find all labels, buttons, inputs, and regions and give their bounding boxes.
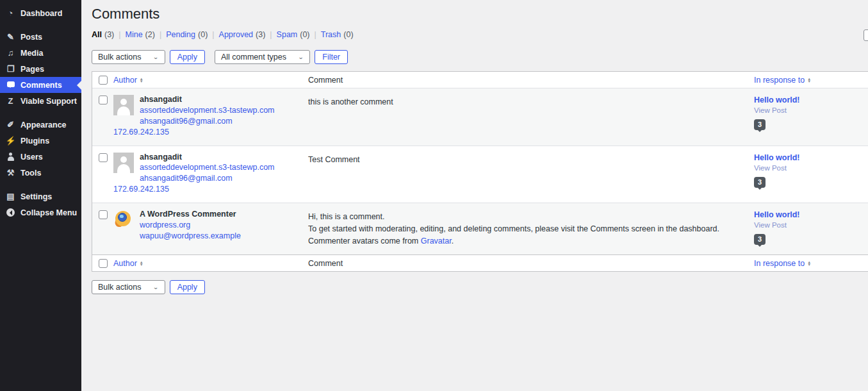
view-post-link[interactable]: View Post [754,221,868,229]
filter-count: (2) [145,30,155,39]
sidebar-item-label: Users [20,153,43,162]
filter-mine-link[interactable]: Mine [126,30,143,39]
author-url-link[interactable]: wordpress.org [140,220,190,231]
sidebar-item-pages[interactable]: Pages [0,61,81,77]
users-icon [6,152,15,162]
sort-arrows-icon: ▲▼ [140,261,143,266]
apply-button[interactable]: Apply [170,50,205,64]
author-ip-link[interactable]: 172.69.242.135 [113,184,169,195]
filter-trash-link[interactable]: Trash [321,30,341,39]
post-title-link[interactable]: Hello world! [754,153,800,162]
sidebar-item-appearance[interactable]: Appearance [0,117,81,133]
in-response-to-column-sort[interactable]: In response to ▲▼ [754,259,811,268]
filter-button[interactable]: Filter [315,50,348,64]
in-response-to-column-label: In response to [754,259,805,268]
filter-mine[interactable]: Mine (2) | [126,30,167,39]
filter-spam[interactable]: Spam (0) | [277,30,321,39]
search-comments-input[interactable] [864,29,868,41]
in-response-to-column-label: In response to [754,76,805,85]
bulk-actions-select[interactable]: Bulk actions ⌄ [92,50,165,64]
select-all-checkbox[interactable] [99,76,108,85]
sort-arrows-icon: ▲▼ [807,261,811,266]
comment-text: Test Comment [308,154,748,166]
filter-separator: | [160,30,161,39]
filter-all[interactable]: All (3) | [92,30,126,39]
sidebar-item-users[interactable]: Users [0,149,81,165]
sidebar-item-media[interactable]: Media [0,45,81,61]
view-post-link[interactable]: View Post [754,106,868,114]
select-all-checkbox[interactable] [99,259,108,268]
comment-type-select[interactable]: All comment types ⌄ [215,50,310,64]
view-post-link[interactable]: View Post [754,164,868,172]
author-cell: ahsangadit assorteddevelopment.s3-tastew… [113,94,303,138]
comment-count-bubble[interactable]: 3 [754,177,766,188]
comment-text: To get started with moderating, editing,… [308,223,748,235]
author-name: A WordPress Commenter [113,209,297,220]
sidebar-item-settings[interactable]: Settings [0,188,81,204]
author-url-link[interactable]: assorteddevelopment.s3-tastewp.com [140,105,275,116]
chevron-down-icon: ⌄ [298,54,304,60]
sidebar-item-tools[interactable]: Tools [0,165,81,181]
filter-count: (0) [343,30,353,39]
comment-row: ahsangadit assorteddevelopment.s3-tastew… [92,146,868,203]
post-title-link[interactable]: Hello world! [754,96,800,104]
tools-icon [6,168,15,178]
viable-support-icon [6,96,15,106]
row-checkbox[interactable] [99,153,108,162]
sidebar-item-posts[interactable]: Posts [0,29,81,45]
sidebar-item-viable-support[interactable]: Viable Support [0,93,81,109]
author-column-label: Author [113,259,137,268]
filter-approved[interactable]: Approved (3) | [219,30,277,39]
filter-count: (0) [300,30,309,39]
bulk-actions-label: Bulk actions [98,283,141,292]
gravatar-link[interactable]: Gravatar [421,237,452,245]
author-column-sort[interactable]: Author ▲▼ [113,76,143,85]
avatar [113,95,134,115]
author-name: ahsangadit [113,152,297,163]
comment-cell: Test Comment [303,152,754,196]
paintbrush-icon [6,120,15,129]
filter-approved-link[interactable]: Approved [219,30,254,39]
apply-button[interactable]: Apply [170,280,205,294]
main-content: Comments All (3) | Mine (2) | Pending (0… [81,0,868,294]
row-checkbox[interactable] [99,210,108,219]
author-email-link[interactable]: wapuu@wordpress.example [140,231,241,242]
comment-cell: Hi, this is a comment. To get started wi… [303,209,754,247]
wapuu-avatar [113,210,134,230]
sidebar-item-plugins[interactable]: Plugins [0,133,81,149]
post-title-link[interactable]: Hello world! [754,210,800,219]
sidebar-item-dashboard[interactable]: Dashboard [0,5,81,21]
sidebar-item-collapse-menu[interactable]: Collapse Menu [0,204,81,220]
sidebar-item-label: Settings [20,192,52,201]
author-cell: ahsangadit assorteddevelopment.s3-tastew… [113,152,303,196]
author-column-sort[interactable]: Author ▲▼ [113,259,143,268]
chevron-down-icon: ⌄ [152,54,158,60]
comment-count-bubble[interactable]: 3 [754,119,766,130]
author-email-link[interactable]: ahsangadit96@gmail.com [140,116,233,127]
author-ip-link[interactable]: 172.69.242.135 [113,127,169,138]
dashboard-icon [6,8,15,18]
bulk-actions-label: Bulk actions [98,53,141,62]
in-response-to-column-sort[interactable]: In response to ▲▼ [754,76,811,85]
collapse-icon [6,208,15,217]
comment-status-filters: All (3) | Mine (2) | Pending (0) | Appro… [92,30,868,39]
comment-text: Hi, this is a comment. [308,211,748,223]
filter-pending[interactable]: Pending (0) | [166,30,218,39]
sidebar-item-comments[interactable]: Comments [0,77,81,93]
filter-pending-link[interactable]: Pending [166,30,195,39]
comment-count-bubble[interactable]: 3 [754,234,766,245]
filter-trash[interactable]: Trash (0) [321,30,354,39]
author-email-link[interactable]: ahsangadit96@gmail.com [140,173,233,184]
filter-all-link[interactable]: All [92,30,102,39]
filter-spam-link[interactable]: Spam [277,30,298,39]
bottom-bulk-actions-bar: Bulk actions ⌄ Apply [92,280,868,294]
comment-text-fragment: . [452,237,454,245]
chevron-down-icon: ⌄ [152,284,158,290]
filter-count: (3) [104,30,114,39]
sidebar-item-label: Tools [20,169,41,178]
bulk-actions-select[interactable]: Bulk actions ⌄ [92,280,165,294]
row-checkbox[interactable] [99,96,108,104]
sidebar-item-label: Pages [20,65,44,74]
author-url-link[interactable]: assorteddevelopment.s3-tastewp.com [140,162,275,173]
sort-arrows-icon: ▲▼ [807,78,811,83]
